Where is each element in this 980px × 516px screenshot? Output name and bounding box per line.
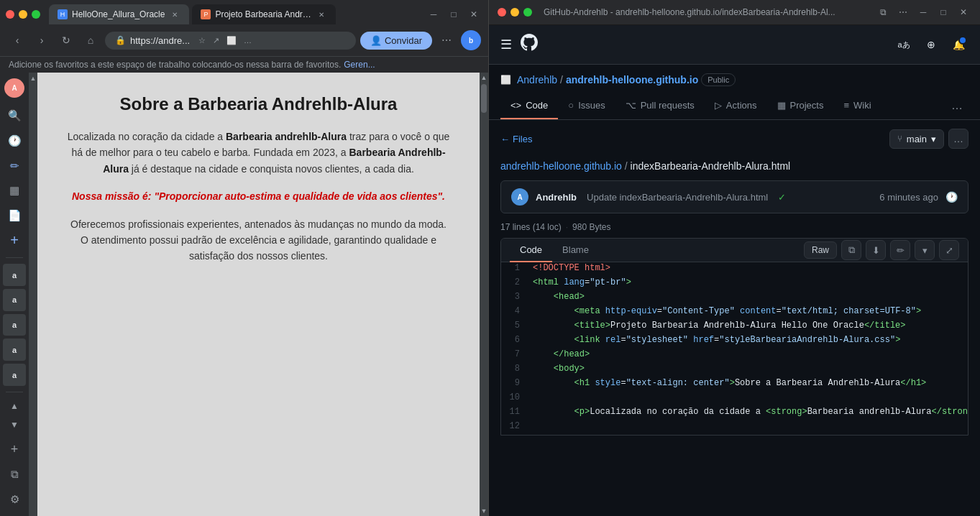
line-num-10[interactable]: 10	[501, 392, 530, 402]
gh-notification-btn[interactable]: 🔔	[948, 34, 968, 55]
gh-window-max[interactable]	[523, 8, 532, 17]
reload-btn[interactable]: ↻	[56, 30, 76, 50]
address-bar[interactable]: 🔒 https://andre... ☆ ↗ ⬜ …	[105, 32, 356, 50]
line-num-7[interactable]: 7	[501, 349, 530, 359]
window-max-btn[interactable]	[32, 10, 40, 19]
nav-code[interactable]: <> Code	[500, 93, 558, 119]
sidebar-icon-settings[interactable]: ⚙	[3, 488, 26, 510]
home-btn[interactable]: ⌂	[81, 30, 101, 50]
address-star[interactable]: ☆	[198, 36, 206, 45]
gh-zoom-btn[interactable]: ⊕	[921, 34, 941, 55]
gh-title-btn2[interactable]: ⋯	[895, 4, 911, 20]
address-share[interactable]: ↗	[213, 36, 219, 45]
sidebar-icon-plus[interactable]: +	[3, 230, 26, 252]
line-num-4[interactable]: 4	[501, 306, 530, 316]
window-close-btn[interactable]	[6, 10, 14, 19]
convidar-button[interactable]: 👤 Convidar	[360, 32, 432, 50]
line-num-1[interactable]: 1	[501, 263, 530, 273]
address-ext[interactable]: ⬜	[226, 36, 237, 45]
convidar-icon: 👤	[370, 35, 382, 46]
files-back-btn[interactable]: ← Files	[500, 134, 532, 144]
tab-close-2[interactable]: ✕	[316, 9, 327, 20]
favorites-link[interactable]: Geren...	[344, 60, 375, 70]
nav-wiki[interactable]: ≡ Wiki	[833, 93, 881, 119]
gh-title-x[interactable]: ✕	[956, 4, 971, 20]
gh-window-min[interactable]	[510, 8, 519, 17]
gh-title-min[interactable]: ─	[915, 4, 931, 20]
sidebar-icon-search[interactable]: 🔍	[3, 105, 26, 127]
sidebar-icon-a4[interactable]: a	[3, 338, 26, 361]
window-close[interactable]: ✕	[465, 6, 482, 23]
line-num-12[interactable]: 12	[501, 421, 530, 431]
back-btn[interactable]: ‹	[7, 30, 27, 50]
sidebar-icon-doc[interactable]: 📄	[3, 205, 26, 227]
browser-tab-1[interactable]: H HelloOne_Allura_Oracle ✕	[49, 4, 189, 24]
nav-issues[interactable]: ○ Issues	[558, 93, 615, 119]
commit-author[interactable]: Andrehlb	[536, 192, 577, 203]
gh-aa-btn[interactable]: aあ	[894, 34, 914, 55]
sidebar-icon-columns[interactable]: ⧉	[3, 464, 26, 486]
bing-btn[interactable]: b	[461, 30, 481, 50]
code-more-btn[interactable]: ▾	[915, 240, 935, 260]
nav-actions[interactable]: ▷ Actions	[705, 93, 767, 119]
edit-btn[interactable]: ✏	[890, 240, 910, 260]
github-logo[interactable]	[521, 34, 538, 55]
gh-window-title: GitHub-Andrehlb - andrehlb-helloone.gith…	[544, 7, 835, 17]
line-num-11[interactable]: 11	[501, 407, 530, 417]
browser-tab-2[interactable]: P Projeto Barbearia Andrehlb-Alura Hello…	[192, 4, 336, 24]
gh-file-more-btn[interactable]: …	[948, 129, 968, 149]
sidebar-icon-pen[interactable]: ✏	[3, 155, 26, 177]
breadcrumb-user[interactable]: Andrehlb	[517, 74, 557, 86]
sidebar-icon-history[interactable]: 🕐	[3, 130, 26, 152]
code-tab-blame[interactable]: Blame	[552, 239, 599, 262]
window-maximize[interactable]: □	[445, 6, 462, 23]
sidebar-icon-a5[interactable]: a	[3, 364, 26, 386]
forward-btn[interactable]: ›	[32, 30, 52, 50]
sidebar-icon-a3[interactable]: a	[3, 314, 26, 336]
gh-window-close[interactable]	[498, 8, 506, 17]
line-num-5[interactable]: 5	[501, 321, 530, 331]
sidebar-icon-add2[interactable]: +	[3, 438, 26, 461]
branch-area: ⑂ main ▾ …	[889, 129, 968, 149]
line-num-3[interactable]: 3	[501, 292, 530, 302]
nav-code-label: Code	[526, 100, 548, 111]
sidebar-icon-a1[interactable]: a	[3, 264, 26, 286]
hamburger-icon[interactable]: ☰	[500, 37, 512, 52]
tab-close-1[interactable]: ✕	[169, 9, 180, 20]
barber-para2: Nossa missão é: "Proporcionar auto-estim…	[66, 188, 451, 204]
more-btn[interactable]: ⋯	[436, 30, 457, 50]
nav-more[interactable]: …	[945, 92, 968, 119]
scroll-up-btn[interactable]: ▲	[29, 73, 37, 84]
branch-selector[interactable]: ⑂ main ▾	[889, 129, 944, 149]
nav-pullreqs[interactable]: ⌥ Pull requests	[615, 93, 705, 119]
commit-history-btn[interactable]: 🕐	[945, 191, 958, 203]
sidebar-scroll-down[interactable]: ▼	[7, 417, 22, 433]
window-minimize[interactable]: ─	[425, 6, 442, 23]
line-num-8[interactable]: 8	[501, 364, 530, 374]
nav-projects[interactable]: ▦ Projects	[767, 93, 834, 119]
gh-title-btn1[interactable]: ⧉	[875, 4, 891, 20]
scroll-thumb[interactable]	[481, 84, 487, 113]
nav-issues-icon: ○	[568, 100, 574, 111]
sidebar-icon-a2[interactable]: a	[3, 289, 26, 311]
fullscreen-btn[interactable]: ⤢	[939, 240, 959, 260]
filepath-repo[interactable]: andrehlb-helloone.github.io	[500, 160, 622, 172]
address-more[interactable]: …	[244, 36, 252, 45]
line-num-2[interactable]: 2	[501, 277, 530, 287]
breadcrumb-repo[interactable]: andrehlb-helloone.github.io	[566, 74, 698, 86]
browser-panel: H HelloOne_Allura_Oracle ✕ P Projeto Bar…	[0, 0, 489, 516]
scroll-down-right[interactable]: ▼	[480, 506, 488, 516]
raw-btn[interactable]: Raw	[804, 241, 837, 259]
line-num-6[interactable]: 6	[501, 335, 530, 345]
profile-avatar[interactable]: A	[4, 78, 24, 98]
sidebar-scroll-up[interactable]: ▲	[7, 398, 22, 414]
copy-btn[interactable]: ⧉	[841, 240, 861, 260]
sidebar-icon-grid[interactable]: ▦	[3, 180, 26, 202]
download-btn[interactable]: ⬇	[866, 240, 886, 260]
browser-toolbar: ‹ › ↻ ⌂ 🔒 https://andre... ☆ ↗ ⬜ … 👤 Con…	[0, 24, 488, 56]
gh-title-max[interactable]: □	[935, 4, 951, 20]
code-tab-code[interactable]: Code	[510, 239, 552, 262]
window-min-btn[interactable]	[19, 10, 27, 19]
line-num-9[interactable]: 9	[501, 378, 530, 388]
scroll-up-right[interactable]: ▲	[480, 73, 488, 83]
